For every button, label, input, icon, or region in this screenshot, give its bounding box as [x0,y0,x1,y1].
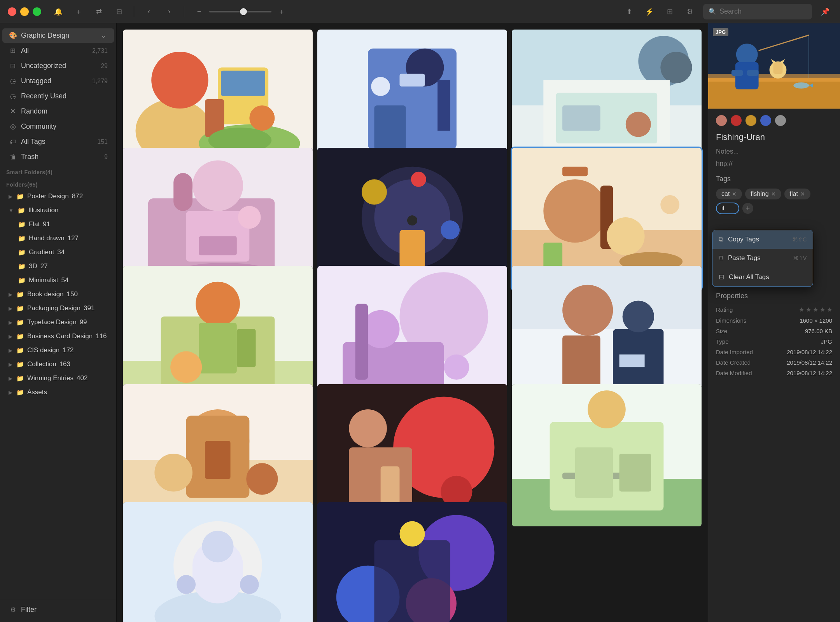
chevron-right-assets: ▶ [9,390,12,395]
sidebar-item-community[interactable]: ◎ Community [2,119,114,134]
svg-rect-116 [747,70,759,76]
rating-stars[interactable]: ★ ★ ★ ★ ★ [799,306,832,313]
tag-remove-cat[interactable]: ✕ [732,191,737,197]
folder-packaging[interactable]: ▶ 📁 Packaging Design 391 [2,302,114,315]
color-swatch-5[interactable] [775,115,786,126]
sidebar-item-recently-used[interactable]: ◷ Recently Used [2,89,114,103]
sidebar-item-uncategorized[interactable]: ⊟ Uncategorized 29 [2,59,114,73]
add-icon[interactable]: ＋ [72,5,86,19]
folder-collection[interactable]: ▶ 📁 Collection 163 [2,358,114,371]
tag-chip-flat[interactable]: flat ✕ [784,189,810,199]
url-field[interactable]: http:// [708,158,840,170]
folder-winning-entries[interactable]: ▶ 📁 Winning Entries 402 [2,372,114,385]
star-2[interactable]: ★ [806,306,811,313]
svg-rect-14 [438,80,450,131]
sidebar-item-random[interactable]: ✕ Random [2,104,114,119]
zoom-in-icon[interactable]: ＋ [275,5,289,19]
pin-icon[interactable]: 📌 [818,5,832,19]
star-4[interactable]: ★ [820,306,825,313]
ctx-paste-tags[interactable]: ⧉ Paste Tags ⌘⇧V [712,249,813,267]
svg-point-20 [660,52,692,83]
star-3[interactable]: ★ [813,306,818,313]
folder-gradient[interactable]: 📁 Gradient 34 [2,246,114,259]
star-1[interactable]: ★ [799,306,804,313]
folder-assets[interactable]: ▶ 📁 Assets [2,386,114,399]
svg-rect-50 [543,243,562,268]
folder-flat[interactable]: 📁 Flat 91 [2,218,114,231]
share-icon[interactable]: ⬆ [622,5,636,19]
recently-used-icon: ◷ [9,92,17,100]
tag-chip-cat[interactable]: cat ✕ [716,189,742,199]
svg-rect-12 [374,105,406,150]
svg-rect-58 [237,329,256,367]
nav-back-icon[interactable]: ‹ [142,5,156,19]
chevron-right-cis: ▶ [9,348,12,353]
color-swatch-3[interactable] [746,115,756,126]
grid-item-13[interactable] [123,502,313,622]
zoom-out-icon[interactable]: − [192,5,206,19]
folder-icon-minimalist: 📁 [18,277,26,284]
svg-rect-56 [199,323,237,373]
nav-forward-icon[interactable]: › [162,5,176,19]
tag-input[interactable]: il [716,203,739,214]
ctx-copy-shortcut: ⌘⇧C [793,236,807,243]
sidebar-item-untagged[interactable]: ◷ Untagged 1,279 [2,74,114,88]
notes-field[interactable]: Notes... [708,145,840,158]
svg-rect-107 [374,540,450,622]
ctx-clear-tags[interactable]: ⊟ Clear All Tags [712,267,813,287]
star-5[interactable]: ★ [827,306,832,313]
folder-3d[interactable]: 📁 3D 27 [2,260,114,273]
transfer-icon[interactable]: ⇄ [92,5,106,19]
folder-poster-design[interactable]: ▶ 📁 Poster Design 872 [2,190,114,203]
search-icon: 🔍 [709,8,716,15]
separator-1 [134,6,134,17]
grid-view-icon[interactable]: ⊞ [663,5,677,19]
filter-button[interactable]: ⚙ Filter [2,603,114,617]
lightning-icon[interactable]: ⚡ [642,5,656,19]
chevron-right-icon: ▶ [9,194,12,199]
sidebar-item-all-tags[interactable]: 🏷 All Tags 151 [2,135,114,149]
sidebar-item-all[interactable]: ⊞ All 2,731 [2,44,114,58]
folder-typeface[interactable]: ▶ 📁 Typeface Design 99 [2,316,114,329]
search-box[interactable]: 🔍 [703,4,812,19]
folder-minimalist[interactable]: 📁 Minimalist 54 [2,274,114,287]
folder-cis[interactable]: ▶ 📁 CIS design 172 [2,344,114,357]
chevron-right-bizcard: ▶ [9,334,12,339]
sidebar-app-title[interactable]: 🎨 Graphic Design ⌄ [2,28,114,43]
svg-point-39 [411,172,426,187]
folder-business-card[interactable]: ▶ 📁 Business Card Design 116 [2,330,114,343]
grid-item-12[interactable] [512,384,702,526]
chevron-icon: ⌄ [99,31,108,40]
fullscreen-button[interactable] [33,7,41,16]
sidebar-item-trash[interactable]: 🗑 Trash 9 [2,150,114,164]
folder-book-design[interactable]: ▶ 📁 Book design 150 [2,288,114,301]
folders-header: Folders(65) [0,177,116,189]
tag-chip-fishing[interactable]: fishing ✕ [745,189,781,199]
color-swatch-1[interactable] [716,115,727,126]
folder-illustration[interactable]: ▼ 📁 Illustration [2,204,114,217]
tag-remove-fishing[interactable]: ✕ [771,191,776,197]
svg-rect-29 [173,173,192,211]
close-button[interactable] [8,7,16,16]
color-swatch-2[interactable] [731,115,742,126]
svg-rect-120 [774,62,783,74]
notification-icon[interactable]: 🔔 [51,5,65,19]
grid-item-14[interactable] [317,502,507,622]
tag-remove-flat[interactable]: ✕ [800,191,805,197]
content-area: JPG [117,23,840,622]
filter-icon[interactable]: ⚙ [683,5,697,19]
ctx-copy-tags[interactable]: ⧉ Copy Tags ⌘⇧C [712,230,813,249]
search-input[interactable] [719,7,797,16]
date-created-label: Date Created [716,359,751,366]
color-swatch-4[interactable] [760,115,771,126]
zoom-slider[interactable] [209,11,271,12]
tag-add-button[interactable]: + [742,203,753,214]
minimize-button[interactable] [20,7,29,16]
svg-point-48 [607,217,645,255]
svg-point-84 [349,409,387,447]
folder-hand-drawn[interactable]: 📁 Hand drawn 127 [2,232,114,245]
separator-2 [184,6,184,17]
layout-icon[interactable]: ⊟ [112,5,126,19]
svg-rect-111 [708,78,840,109]
zoom-slider-thumb[interactable] [240,8,247,15]
